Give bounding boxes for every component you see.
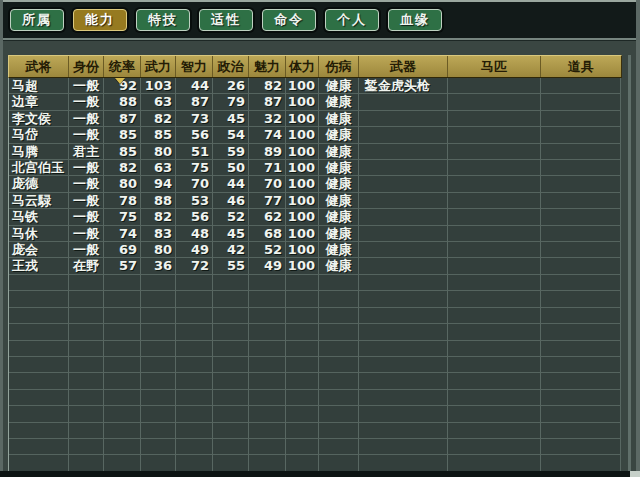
cell-intelligence: 75 (176, 160, 213, 176)
cell-health: 100 (286, 127, 319, 143)
table-row-empty (9, 373, 621, 389)
cell-identity: 一般 (69, 160, 104, 176)
cell-horse (448, 94, 541, 110)
cell-leadership (104, 291, 141, 307)
cell-item (541, 226, 621, 242)
cell-politics: 50 (213, 160, 249, 176)
table-row[interactable]: 李文侯一般8782734532100健康 (9, 111, 621, 127)
header-cell-officer[interactable]: 武将 (9, 56, 69, 77)
cell-intelligence (176, 406, 213, 422)
table-row[interactable]: 马超一般92103442682100健康錾金虎头枪 (9, 78, 621, 94)
cell-leadership (104, 455, 141, 471)
cell-item (541, 127, 621, 143)
table-row[interactable]: 马休一般7483484568100健康 (9, 226, 621, 242)
tab-ability[interactable]: 能力 (73, 9, 127, 31)
cell-politics (213, 341, 249, 357)
cell-weapon: 錾金虎头枪 (359, 78, 448, 94)
cell-health: 100 (286, 160, 319, 176)
table-row[interactable]: 马腾君主8580515989100健康 (9, 144, 621, 160)
table-row-empty (9, 291, 621, 307)
table-row[interactable]: 马云騄一般7888534677100健康 (9, 193, 621, 209)
cell-weapon (359, 308, 448, 324)
cell-horse (448, 242, 541, 258)
cell-item (541, 324, 621, 340)
cell-leadership: 69 (104, 242, 141, 258)
cell-identity (69, 373, 104, 389)
header-cell-war[interactable]: 武力 (141, 56, 176, 77)
cell-horse (448, 160, 541, 176)
cell-leadership (104, 373, 141, 389)
cell-war: 80 (141, 144, 176, 160)
tab-bloodline[interactable]: 血缘 (388, 9, 442, 31)
header-cell-horse[interactable]: 马匹 (448, 56, 541, 77)
header-cell-identity[interactable]: 身份 (69, 56, 104, 77)
cell-politics (213, 439, 249, 455)
cell-item (541, 373, 621, 389)
cell-leadership (104, 357, 141, 373)
header-cell-leadership[interactable]: 统率 (104, 56, 141, 77)
header-cell-weapon[interactable]: 武器 (359, 56, 448, 77)
table-body: 马超一般92103442682100健康錾金虎头枪边章一般88638779871… (8, 78, 621, 472)
cell-name (9, 357, 69, 373)
cell-condition: 健康 (319, 111, 359, 127)
table-row[interactable]: 庞会一般6980494252100健康 (9, 242, 621, 258)
table-row[interactable]: 庞德一般8094704470100健康 (9, 176, 621, 192)
cell-health: 100 (286, 226, 319, 242)
cell-leadership: 80 (104, 176, 141, 192)
header-cell-intelligence[interactable]: 智力 (176, 56, 213, 77)
tab-skill[interactable]: 特技 (136, 9, 190, 31)
cell-name: 王戎 (9, 258, 69, 274)
cell-weapon (359, 406, 448, 422)
cell-condition: 健康 (319, 176, 359, 192)
cell-item (541, 94, 621, 110)
cell-weapon (359, 209, 448, 225)
cell-charisma: 89 (249, 144, 286, 160)
table-row-empty (9, 357, 621, 373)
table-row[interactable]: 边章一般8863877987100健康 (9, 94, 621, 110)
cell-charisma: 49 (249, 258, 286, 274)
cell-war: 103 (141, 78, 176, 94)
cell-intelligence: 72 (176, 258, 213, 274)
cell-weapon (359, 341, 448, 357)
right-gutter-line (628, 55, 631, 472)
header-cell-charisma[interactable]: 魅力 (249, 56, 286, 77)
table-row[interactable]: 王戎在野5736725549100健康 (9, 258, 621, 274)
cell-war: 85 (141, 127, 176, 143)
cell-condition (319, 275, 359, 291)
cell-politics (213, 406, 249, 422)
table-row-empty (9, 455, 621, 471)
cell-name: 边章 (9, 94, 69, 110)
table-row[interactable]: 马岱一般8585565474100健康 (9, 127, 621, 143)
sort-indicator-icon (115, 78, 125, 84)
table-row[interactable]: 北宫伯玉一般8263755071100健康 (9, 160, 621, 176)
cell-name: 马休 (9, 226, 69, 242)
tab-command[interactable]: 命令 (262, 9, 316, 31)
tab-personal[interactable]: 个人 (325, 9, 379, 31)
tab-affiliation[interactable]: 所属 (10, 9, 64, 31)
cell-identity (69, 439, 104, 455)
cell-item (541, 423, 621, 439)
table-row-empty (9, 324, 621, 340)
cell-weapon (359, 291, 448, 307)
officer-table-panel: 武将 身份 统率 武力 智力 政治 魅力 体力 伤病 武器 马匹 道具 马超一般… (0, 41, 640, 472)
cell-condition (319, 341, 359, 357)
cell-name: 庞德 (9, 176, 69, 192)
tab-aptitude[interactable]: 适性 (199, 9, 253, 31)
header-cell-politics[interactable]: 政治 (213, 56, 249, 77)
table-row[interactable]: 马铁一般7582565262100健康 (9, 209, 621, 225)
cell-politics (213, 275, 249, 291)
cell-politics (213, 455, 249, 471)
cell-intelligence (176, 455, 213, 471)
cell-weapon (359, 357, 448, 373)
cell-intelligence (176, 308, 213, 324)
cell-item (541, 341, 621, 357)
header-cell-condition[interactable]: 伤病 (319, 56, 359, 77)
cell-war: 94 (141, 176, 176, 192)
header-cell-item[interactable]: 道具 (541, 56, 621, 77)
window-frame-right (636, 0, 640, 477)
top-tab-bar: 所属 能力 特技 适性 命令 个人 血缘 (0, 0, 640, 38)
cell-intelligence (176, 291, 213, 307)
header-cell-health[interactable]: 体力 (286, 56, 319, 77)
cell-name (9, 406, 69, 422)
table-row-empty (9, 406, 621, 422)
